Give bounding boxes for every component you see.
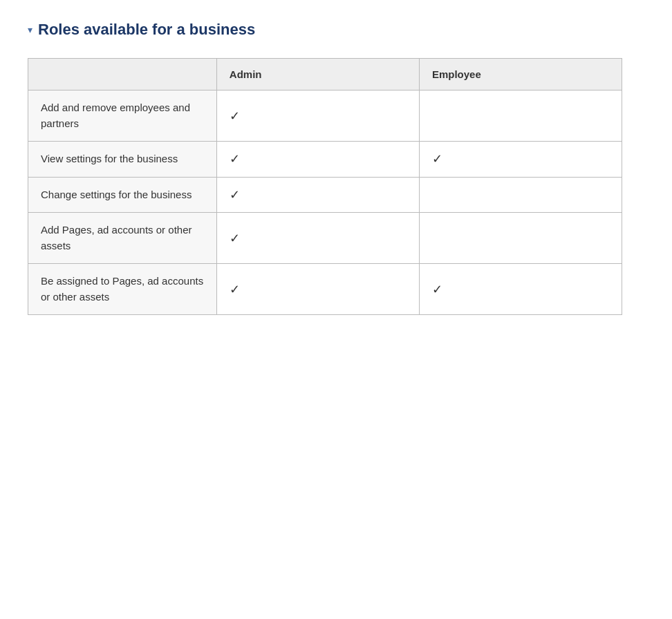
- table-row: Add and remove employees and partners✓: [28, 91, 622, 142]
- employee-cell: ✓: [419, 264, 622, 315]
- checkmark-icon: ✓: [432, 282, 442, 297]
- table-header: Admin Employee: [28, 59, 622, 91]
- header-cell-admin: Admin: [216, 59, 419, 91]
- employee-cell: [419, 213, 622, 264]
- permission-label: Add Pages, ad accounts or other assets: [28, 213, 217, 264]
- chevron-icon: ▾: [28, 24, 32, 35]
- permission-label: Add and remove employees and partners: [28, 91, 217, 142]
- employee-cell: ✓: [419, 142, 622, 178]
- admin-cell: ✓: [216, 264, 419, 315]
- permission-label: Be assigned to Pages, ad accounts or oth…: [28, 264, 217, 315]
- admin-cell: ✓: [216, 142, 419, 178]
- header-row: Admin Employee: [28, 59, 622, 91]
- checkmark-icon: ✓: [230, 187, 240, 202]
- checkmark-icon: ✓: [230, 151, 240, 166]
- permission-label: View settings for the business: [28, 142, 217, 178]
- header-cell-description: [28, 59, 217, 91]
- admin-cell: ✓: [216, 177, 419, 213]
- roles-table: Admin Employee Add and remove employees …: [28, 58, 622, 315]
- page-header: ▾ Roles available for a business: [28, 21, 644, 39]
- admin-cell: ✓: [216, 213, 419, 264]
- header-cell-employee: Employee: [419, 59, 622, 91]
- table-body: Add and remove employees and partners✓Vi…: [28, 91, 622, 315]
- page-title: Roles available for a business: [38, 21, 255, 39]
- employee-cell: [419, 91, 622, 142]
- employee-cell: [419, 177, 622, 213]
- permission-label: Change settings for the business: [28, 177, 217, 213]
- checkmark-icon: ✓: [230, 108, 240, 124]
- table-row: Be assigned to Pages, ad accounts or oth…: [28, 264, 622, 315]
- table-row: View settings for the business✓✓: [28, 142, 622, 178]
- checkmark-icon: ✓: [230, 282, 240, 297]
- checkmark-icon: ✓: [230, 231, 240, 246]
- table-row: Change settings for the business✓: [28, 177, 622, 213]
- table-row: Add Pages, ad accounts or other assets✓: [28, 213, 622, 264]
- admin-cell: ✓: [216, 91, 419, 142]
- checkmark-icon: ✓: [432, 151, 442, 166]
